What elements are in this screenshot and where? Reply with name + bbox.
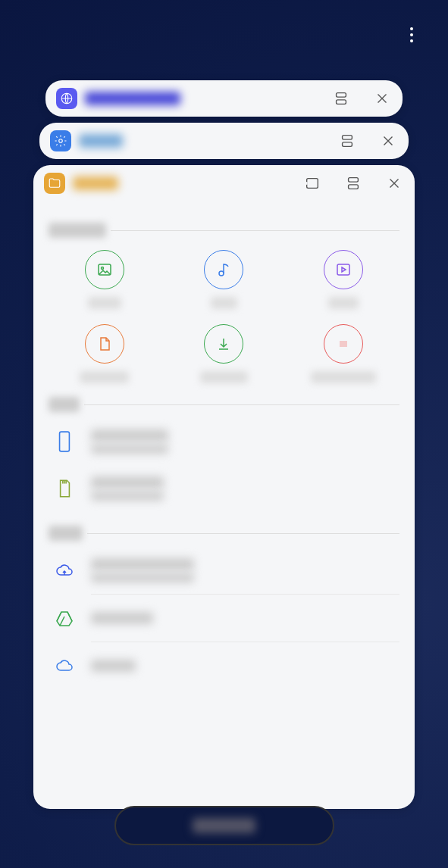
svg-rect-7 [305, 182, 308, 185]
category-downloads[interactable]: Downloads [168, 324, 280, 383]
downloads-icon [204, 324, 243, 364]
local-storage-list: Internal storage 10.00 GB / 32.00 GB SD … [49, 418, 399, 512]
svg-point-11 [101, 267, 103, 270]
sdcard-icon [53, 476, 76, 501]
category-apk[interactable]: Installation files [287, 324, 399, 383]
recent-app-card-internet[interactable]: Samsung Internet [45, 80, 403, 117]
category-audio[interactable]: Audio [168, 250, 280, 309]
section-header-cloud: Cloud [49, 526, 399, 541]
category-label: Images [88, 297, 121, 309]
storage-row-internal[interactable]: Internal storage 10.00 GB / 32.00 GB [49, 418, 399, 465]
googledrive-icon [53, 605, 76, 631]
recent-app-card-settings[interactable]: Settings [39, 123, 409, 159]
storage-title: Internal storage [91, 429, 168, 442]
split-view-button[interactable] [337, 131, 357, 151]
section-label: Local [49, 397, 80, 412]
card-title: Settings [79, 134, 123, 148]
section-label: Cloud [49, 526, 83, 541]
close-card-button[interactable] [384, 173, 404, 193]
onedrive-icon [53, 653, 76, 679]
storage-title: SD card [91, 476, 164, 489]
category-label: Downloads [200, 371, 248, 383]
audio-icon [204, 250, 243, 289]
category-grid: Images Audio Videos Documents Downloads [49, 250, 399, 383]
category-label: Documents [80, 371, 129, 383]
category-documents[interactable]: Documents [49, 324, 161, 383]
apk-icon [324, 324, 363, 364]
section-header-categories: Categories [49, 223, 399, 238]
popup-view-button[interactable] [302, 173, 322, 193]
storage-title: Google Drive [91, 612, 153, 624]
svg-rect-13 [337, 264, 349, 275]
svg-rect-4 [343, 136, 352, 140]
close-card-button[interactable] [372, 89, 392, 108]
storage-row-onedrive[interactable]: OneDrive [49, 642, 399, 689]
section-header-local: Local [49, 397, 399, 412]
documents-icon [85, 324, 124, 364]
storage-sub: 4.00 GB / 16.00 GB [91, 492, 164, 501]
svg-point-12 [219, 271, 224, 276]
storage-title: Samsung Cloud Drive [91, 558, 194, 570]
card-title: Samsung Internet [85, 92, 180, 105]
svg-rect-9 [349, 185, 359, 189]
myfiles-body: Categories Images Audio Videos [33, 201, 415, 697]
storage-sub: 1.20 GB / 15.00 GB [91, 573, 194, 582]
category-images[interactable]: Images [49, 250, 161, 309]
category-videos[interactable]: Videos [287, 250, 399, 309]
card-title: My Files [73, 176, 118, 190]
storage-row-sdcard[interactable]: SD card 4.00 GB / 16.00 GB [49, 465, 399, 512]
card-header: My Files [33, 165, 415, 201]
internet-app-icon [56, 88, 77, 109]
close-card-button[interactable] [378, 131, 398, 151]
videos-icon [324, 250, 363, 289]
split-view-button[interactable] [331, 89, 351, 108]
storage-title: OneDrive [91, 660, 136, 672]
split-view-button[interactable] [343, 173, 363, 193]
storage-sub: 10.00 GB / 32.00 GB [91, 445, 168, 454]
svg-rect-15 [60, 432, 70, 451]
svg-point-3 [59, 139, 63, 143]
svg-rect-2 [337, 100, 346, 105]
samsungcloud-icon [53, 557, 76, 583]
close-all-label: CLOSE ALL [193, 818, 256, 833]
phone-icon [53, 429, 76, 454]
svg-rect-1 [337, 93, 346, 98]
svg-rect-6 [307, 179, 318, 189]
category-label: Videos [328, 297, 359, 309]
svg-rect-14 [340, 341, 347, 347]
svg-rect-5 [343, 142, 352, 147]
section-label: Categories [49, 223, 106, 238]
storage-row-googledrive[interactable]: Google Drive [49, 595, 399, 642]
myfiles-app-icon [44, 173, 65, 194]
recent-app-card-myfiles[interactable]: My Files Categories Images [33, 165, 415, 809]
category-label: Audio [211, 297, 237, 309]
close-all-button[interactable]: CLOSE ALL [114, 806, 334, 845]
images-icon [85, 250, 124, 289]
storage-row-samsungcloud[interactable]: Samsung Cloud Drive 1.20 GB / 15.00 GB [49, 547, 399, 594]
cloud-storage-list: Samsung Cloud Drive 1.20 GB / 15.00 GB G… [49, 547, 399, 689]
category-label: Installation files [311, 371, 376, 383]
more-options-button[interactable] [404, 21, 419, 48]
svg-rect-8 [349, 178, 359, 183]
settings-app-icon [50, 130, 71, 151]
